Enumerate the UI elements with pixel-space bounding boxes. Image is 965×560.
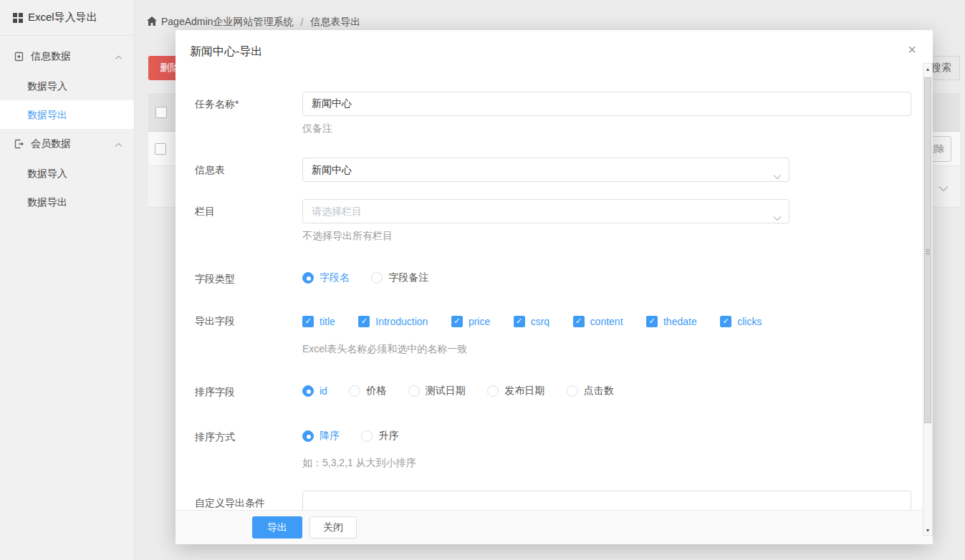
radio-sort-clicks[interactable]: 点击数 (567, 385, 614, 397)
modal-title: 新闻中心-导出 (176, 30, 933, 59)
app-title: Excel导入导出 (0, 0, 134, 36)
column-select[interactable]: 请选择栏目 (302, 199, 789, 223)
info-table-value: 新闻中心 (312, 164, 352, 175)
sidebar-item-info-import[interactable]: 数据导入 (0, 72, 134, 100)
radio-icon (361, 430, 373, 442)
radio-sort-id[interactable]: id (302, 385, 327, 397)
sort-field-label: 排序字段 (195, 385, 302, 400)
export-button[interactable]: 导出 (252, 516, 302, 539)
sort-order-label: 排序方式 (195, 430, 302, 470)
sort-order-row: 排序方式 降序 升序 如：5,3,2,1 从大到小排序 (195, 430, 901, 470)
radio-icon (302, 430, 314, 442)
custom-condition-input[interactable] (302, 491, 911, 511)
checkbox-content[interactable]: ✓ content (573, 316, 623, 327)
export-modal: 新闻中心-导出 × 任务名称* 仅备注 信息表 新闻中心 栏目 (176, 30, 933, 544)
app-title-label: Excel导入导出 (28, 11, 97, 24)
checkbox-title[interactable]: ✓ title (302, 316, 335, 327)
checkbox-icon: ✓ (358, 316, 370, 327)
close-icon[interactable]: × (904, 42, 920, 57)
checkbox-icon: ✓ (451, 316, 463, 327)
task-name-row: 任务名称* 仅备注 (195, 92, 901, 135)
checkbox-icon: ✓ (573, 316, 585, 327)
modal-scrollbar[interactable]: ▲ ▼ (923, 63, 933, 536)
info-table-select[interactable]: 新闻中心 (302, 158, 789, 182)
task-name-hint: 仅备注 (302, 122, 911, 135)
sort-field-row: 排序字段 id 价格 测试日期 发布日期 (195, 385, 901, 400)
sort-order-hint: 如：5,3,2,1 从大到小排序 (302, 457, 417, 470)
task-name-input[interactable] (302, 92, 911, 116)
column-hint: 不选择导出所有栏目 (302, 230, 789, 243)
chevron-down-icon[interactable] (938, 182, 949, 195)
checkbox-clicks[interactable]: ✓ clicks (720, 316, 762, 327)
sidebar-item-info-export[interactable]: 数据导出 (0, 100, 134, 129)
radio-order-desc[interactable]: 降序 (302, 430, 340, 443)
breadcrumb: PageAdmin企业网站管理系统 / 信息表导出 (147, 16, 360, 29)
chevron-up-icon (115, 51, 123, 62)
modal-footer: 导出 关闭 (176, 510, 933, 544)
chevron-up-icon (115, 138, 123, 150)
field-type-row: 字段类型 字段名 字段备注 (195, 271, 901, 286)
scrollbar-thumb[interactable] (924, 77, 931, 423)
breadcrumb-page: 信息表导出 (310, 16, 360, 29)
modal-body: 任务名称* 仅备注 信息表 新闻中心 栏目 请选择栏目 (176, 67, 923, 510)
radio-icon (302, 272, 314, 284)
info-table-label: 信息表 (195, 158, 302, 182)
radio-sort-price[interactable]: 价格 (349, 385, 386, 397)
field-type-label: 字段类型 (195, 271, 302, 286)
radio-icon (567, 385, 578, 397)
checkbox-csrq[interactable]: ✓ csrq (514, 316, 549, 327)
breadcrumb-site[interactable]: PageAdmin企业网站管理系统 (161, 16, 293, 29)
radio-icon (487, 385, 499, 397)
task-name-label: 任务名称* (195, 92, 302, 135)
checkbox-price[interactable]: ✓ price (451, 316, 490, 327)
radio-icon (408, 385, 420, 397)
scroll-up-icon[interactable]: ▲ (923, 64, 932, 74)
radio-icon (349, 385, 360, 397)
sidebar-menu: 信息数据 数据导入 数据导出 会员数据 数据导入 数据导出 (0, 36, 134, 216)
chevron-down-icon (773, 165, 782, 188)
radio-order-asc[interactable]: 升序 (361, 430, 398, 443)
sidebar-group-label: 会员数据 (31, 137, 71, 150)
column-row: 栏目 请选择栏目 不选择导出所有栏目 (195, 199, 901, 243)
sidebar-item-member-export[interactable]: 数据导出 (0, 188, 134, 216)
sidebar-group-label: 信息数据 (31, 50, 71, 63)
scroll-down-icon[interactable]: ▼ (923, 525, 932, 535)
checkbox-icon: ✓ (720, 316, 731, 327)
checkbox-icon: ✓ (514, 316, 525, 327)
custom-condition-row: 自定义导出条件 (195, 491, 901, 511)
checkbox-icon: ✓ (302, 316, 314, 327)
sidebar-group-member-data[interactable]: 会员数据 (0, 129, 134, 159)
export-fields-row: 导出字段 ✓ title ✓ Introduction ✓ price ✓ cs… (195, 314, 901, 356)
chevron-down-icon (773, 206, 782, 229)
sidebar: Excel导入导出 信息数据 数据导入 数据导出 会员数 (0, 0, 135, 560)
excel-grid-icon (13, 13, 23, 23)
custom-condition-label: 自定义导出条件 (195, 491, 302, 511)
checkbox-thedate[interactable]: ✓ thedate (646, 316, 697, 327)
row-checkbox[interactable] (155, 143, 166, 155)
column-placeholder: 请选择栏目 (312, 206, 362, 217)
breadcrumb-separator: / (297, 16, 306, 28)
info-table-row: 信息表 新闻中心 (195, 158, 901, 182)
checkbox-icon: ✓ (646, 316, 658, 327)
home-icon[interactable] (147, 16, 157, 28)
close-button[interactable]: 关闭 (309, 516, 357, 539)
sidebar-group-info-data[interactable]: 信息数据 (0, 42, 134, 72)
export-doc-icon (13, 138, 24, 150)
scrollbar-grip (926, 249, 930, 256)
radio-sort-testdate[interactable]: 测试日期 (408, 385, 466, 397)
sidebar-item-member-import[interactable]: 数据导入 (0, 159, 134, 188)
radio-icon (302, 385, 314, 397)
import-doc-icon (13, 51, 24, 62)
column-label: 栏目 (195, 199, 302, 243)
select-all-checkbox[interactable] (155, 107, 167, 118)
checkbox-introduction[interactable]: ✓ Introduction (358, 316, 428, 327)
radio-icon (371, 272, 383, 284)
radio-field-remark[interactable]: 字段备注 (371, 271, 428, 284)
radio-field-name[interactable]: 字段名 (302, 271, 350, 284)
export-fields-label: 导出字段 (195, 314, 302, 356)
export-fields-hint: Excel表头名称必须和选中的名称一致 (302, 343, 782, 356)
radio-sort-pubdate[interactable]: 发布日期 (487, 385, 544, 397)
